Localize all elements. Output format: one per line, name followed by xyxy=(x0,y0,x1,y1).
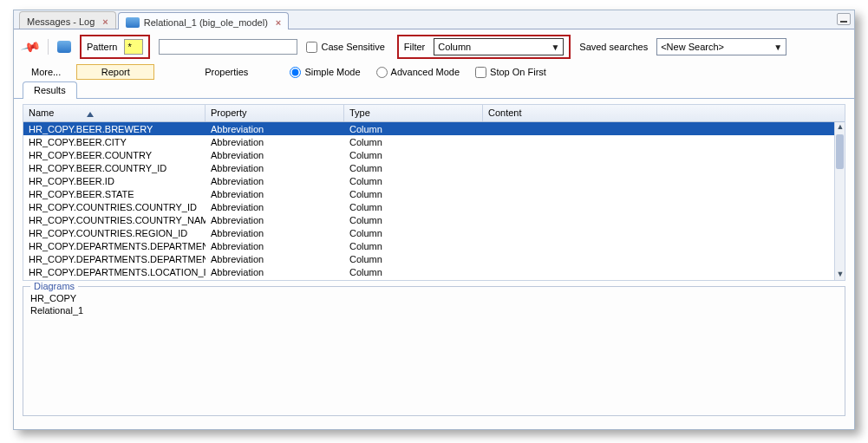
cell: HR_COPY.COUNTRIES.REGION_ID xyxy=(23,228,206,238)
cell: Abbreviation xyxy=(206,137,344,147)
results-grid: Name Property Type Content HR_COPY.BEER.… xyxy=(23,104,845,281)
minimize-button[interactable] xyxy=(837,13,851,25)
cell: HR_COPY.BEER.COUNTRY_ID xyxy=(23,163,206,173)
tab-relational1[interactable]: Relational_1 (big_ole_model) × xyxy=(118,12,290,29)
cell: HR_COPY.BEER.ID xyxy=(23,176,206,186)
more-link[interactable]: More... xyxy=(31,67,61,77)
advanced-mode-input[interactable] xyxy=(376,67,388,78)
refresh-icon[interactable] xyxy=(57,41,71,53)
cell: HR_COPY.BEER.CITY xyxy=(23,137,206,147)
results-tabbar: Results xyxy=(14,80,854,99)
grid-body: HR_COPY.BEER.BREWERYAbbreviationColumnHR… xyxy=(23,122,834,280)
diagrams-group: Diagrams HR_COPYRelational_1 xyxy=(23,286,845,416)
col-type-header[interactable]: Type xyxy=(344,105,483,121)
table-row[interactable]: HR_COPY.BEER.COUNTRY_IDAbbreviationColum… xyxy=(23,161,834,174)
cell: Column xyxy=(344,215,483,225)
simple-mode-label: Simple Mode xyxy=(304,67,360,77)
scroll-down-arrow[interactable]: ▼ xyxy=(835,270,845,280)
cell: Column xyxy=(344,254,483,264)
col-content-header[interactable]: Content xyxy=(483,105,845,121)
pattern-value[interactable]: * xyxy=(124,39,143,55)
col-property-label: Property xyxy=(211,107,247,118)
case-sensitive-box[interactable] xyxy=(306,42,317,53)
cell: Abbreviation xyxy=(206,150,344,160)
filter-value: Column xyxy=(438,42,471,52)
svg-marker-0 xyxy=(87,112,94,117)
table-row[interactable]: HR_COPY.BEER.COUNTRYAbbreviationColumn xyxy=(23,148,834,161)
tab-messages-log[interactable]: Messages - Log × xyxy=(19,11,116,29)
grid-header: Name Property Type Content xyxy=(23,105,845,122)
table-row[interactable]: HR_COPY.BEER.IDAbbreviationColumn xyxy=(23,174,834,187)
pin-icon[interactable]: 📌 xyxy=(20,36,42,57)
close-icon[interactable]: × xyxy=(276,17,281,28)
cell: HR_COPY.COUNTRIES.COUNTRY_NAME xyxy=(23,215,206,225)
report-button[interactable]: Report xyxy=(76,64,154,80)
cell: Column xyxy=(344,124,483,134)
col-property-header[interactable]: Property xyxy=(206,105,344,121)
simple-mode-radio[interactable]: Simple Mode xyxy=(290,67,360,78)
case-sensitive-label: Case Sensitive xyxy=(321,42,384,52)
table-row[interactable]: HR_COPY.DEPARTMENTS.LOCATION_IDAbbreviat… xyxy=(23,265,834,278)
filter-label: Filter xyxy=(404,42,425,52)
list-item[interactable]: HR_COPY xyxy=(30,292,838,304)
cell: Abbreviation xyxy=(206,241,344,251)
table-row[interactable]: HR_COPY.COUNTRIES.COUNTRY_IDAbbreviation… xyxy=(23,200,834,213)
table-row[interactable]: HR_COPY.COUNTRIES.COUNTRY_NAMEAbbreviati… xyxy=(23,213,834,226)
list-item[interactable]: Relational_1 xyxy=(30,304,838,316)
cell: HR_COPY.COUNTRIES.COUNTRY_ID xyxy=(23,202,206,212)
advanced-mode-radio[interactable]: Advanced Mode xyxy=(376,67,460,78)
relational-icon xyxy=(126,17,140,28)
cell: Column xyxy=(344,150,483,160)
saved-searches-value: <New Search> xyxy=(661,42,724,52)
cell: Column xyxy=(344,163,483,173)
search-panel: Messages - Log × Relational_1 (big_ole_m… xyxy=(13,10,855,430)
tab-results[interactable]: Results xyxy=(23,81,77,99)
table-row[interactable]: HR_COPY.BEER.BREWERYAbbreviationColumn xyxy=(23,122,834,135)
col-name-label: Name xyxy=(29,107,54,118)
cell: HR_COPY.DEPARTMENTS.LOCATION_ID xyxy=(23,267,206,277)
stop-on-first-box[interactable] xyxy=(475,67,486,78)
search-input[interactable] xyxy=(159,39,297,55)
filter-select[interactable]: Column ▼ xyxy=(434,38,564,55)
table-row[interactable]: HR_COPY.BEER.CITYAbbreviationColumn xyxy=(23,135,834,148)
cell: Abbreviation xyxy=(206,215,344,225)
advanced-mode-label: Advanced Mode xyxy=(391,67,460,77)
simple-mode-input[interactable] xyxy=(290,67,301,78)
scroll-thumb[interactable] xyxy=(836,134,844,169)
table-row[interactable]: HR_COPY.DEPARTMENTS.DEPARTMENT...Abbrevi… xyxy=(23,252,834,265)
table-row[interactable]: HR_COPY.DEPARTMENTS.DEPARTMENT...Abbrevi… xyxy=(23,239,834,252)
pattern-group: Pattern * xyxy=(80,35,150,59)
filter-group: Filter Column ▼ xyxy=(397,35,571,59)
case-sensitive-checkbox[interactable]: Case Sensitive xyxy=(306,42,384,53)
pattern-label: Pattern xyxy=(87,42,117,52)
report-label: Report xyxy=(101,67,130,77)
results-tab-label: Results xyxy=(34,85,66,95)
cell: Abbreviation xyxy=(206,254,344,264)
table-row[interactable]: HR_COPY.BEER.STATEAbbreviationColumn xyxy=(23,187,834,200)
col-name-header[interactable]: Name xyxy=(23,105,206,121)
chevron-down-icon: ▼ xyxy=(773,42,782,52)
cell: Column xyxy=(344,189,483,199)
col-content-label: Content xyxy=(488,107,522,118)
separator xyxy=(48,39,49,55)
search-form: 📌 Pattern * Case Sensitive Filter Column… xyxy=(14,29,854,80)
vertical-scrollbar[interactable]: ▲ ▼ xyxy=(834,122,845,280)
cell: Abbreviation xyxy=(206,267,344,277)
saved-searches-select[interactable]: <New Search> ▼ xyxy=(656,38,786,55)
scroll-up-arrow[interactable]: ▲ xyxy=(835,122,845,133)
cell: Abbreviation xyxy=(206,202,344,212)
stop-on-first-checkbox[interactable]: Stop On First xyxy=(475,67,546,78)
cell: HR_COPY.BEER.BREWERY xyxy=(23,124,206,134)
stop-on-first-label: Stop On First xyxy=(490,67,546,77)
cell: Abbreviation xyxy=(206,176,344,186)
cell: Column xyxy=(344,267,483,277)
cell: Column xyxy=(344,176,483,186)
close-icon[interactable]: × xyxy=(102,16,108,27)
sort-asc-icon xyxy=(87,107,94,118)
properties-link[interactable]: Properties xyxy=(205,67,248,77)
table-row[interactable]: HR_COPY.COUNTRIES.REGION_IDAbbreviationC… xyxy=(23,226,834,239)
cell: HR_COPY.DEPARTMENTS.DEPARTMENT... xyxy=(23,241,206,251)
cell: Abbreviation xyxy=(206,163,344,173)
cell: Column xyxy=(344,137,483,147)
cell: Abbreviation xyxy=(206,228,344,238)
